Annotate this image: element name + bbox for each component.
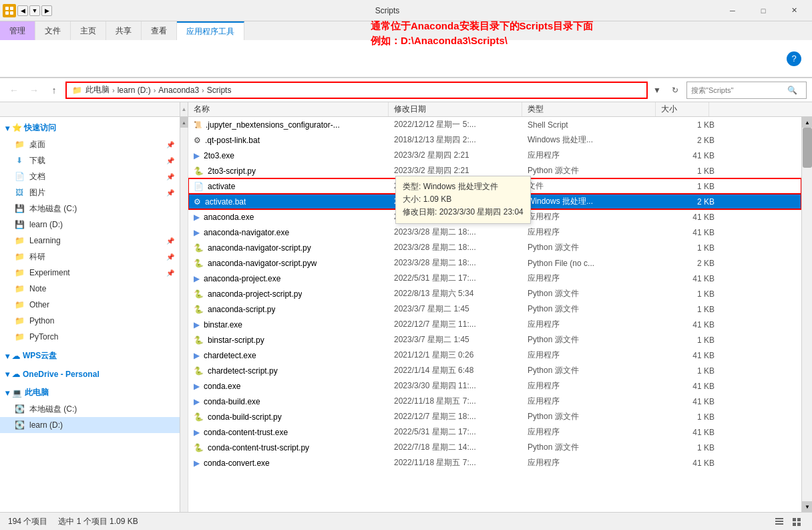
refresh-button[interactable]: ↻: [666, 82, 684, 99]
file-type: 应用程序: [528, 396, 661, 407]
search-box[interactable]: 🔍: [686, 82, 807, 99]
file-name: 🐍 2to3-script.py: [194, 166, 394, 176]
sidebar-item-note[interactable]: 📁 Note: [0, 281, 180, 297]
breadcrumb-learn[interactable]: learn (D:): [118, 86, 151, 95]
table-row[interactable]: ▶ anaconda-project.exe 2022/5/31 星期二 17:…: [188, 271, 801, 286]
file-name-text: anaconda-project.exe: [204, 274, 280, 283]
help-button[interactable]: ?: [787, 51, 801, 66]
table-row[interactable]: ▶ conda-content-trust.exe 2022/5/31 星期二 …: [188, 424, 801, 440]
sidebar-item-python[interactable]: 📁 Python: [0, 313, 180, 329]
tab-view[interactable]: 查看: [142, 21, 177, 40]
sidebar-onedrive-header[interactable]: ▾ ☁ OneDrive - Personal: [0, 367, 180, 382]
table-row[interactable]: ▶ anaconda-navigator.exe 2023/3/28 星期二 1…: [188, 225, 801, 240]
sidebar-item-d-drive[interactable]: 💾 learn (D:): [0, 217, 180, 233]
table-row[interactable]: 📜 .jupyter_nbextensions_configurator-...…: [188, 117, 801, 132]
file-icon: ▶: [194, 382, 200, 391]
breadcrumb-thispc[interactable]: 此电脑: [85, 84, 110, 96]
sidebar-item-desktop[interactable]: 📁 桌面 📌: [0, 136, 180, 152]
file-name: 🐍 conda-content-trust-script.py: [194, 443, 394, 452]
pin-icon: 📌: [166, 253, 174, 261]
file-name: ▶ anaconda-project.exe: [194, 274, 394, 283]
table-row[interactable]: 🐍 anaconda-navigator-script.py 2023/3/28…: [188, 240, 801, 255]
breadcrumb-scripts[interactable]: Scripts: [207, 86, 232, 95]
tab-share[interactable]: 共享: [106, 21, 142, 40]
col-header-name[interactable]: 名称: [188, 102, 389, 116]
address-box[interactable]: 📁 此电脑 › learn (D:) › Anaconda3 › Scripts: [65, 82, 648, 99]
close-button[interactable]: ✕: [779, 0, 809, 21]
sidebar-item-label: learn (D:): [29, 220, 63, 229]
quick-access-btn[interactable]: ◀: [17, 5, 28, 16]
sidebar-item-label: 科研: [29, 251, 45, 263]
scroll-up-btn2[interactable]: ▲: [802, 117, 812, 128]
table-row[interactable]: 🐍 anaconda-project-script.py 2022/8/13 星…: [188, 286, 801, 301]
sidebar-item-other[interactable]: 📁 Other: [0, 297, 180, 313]
forward-button[interactable]: →: [25, 82, 43, 99]
ribbon: 管理 文件 主页 共享 查看 应用程序工具 ?: [0, 21, 812, 78]
table-row[interactable]: 🐍 binstar-script.py 2023/3/7 星期二 1:45 Py…: [188, 332, 801, 348]
sidebar-onedrive-label: OneDrive - Personal: [23, 370, 99, 379]
table-row[interactable]: ▶ conda.exe 2023/3/30 星期四 11:... 应用程序 41…: [188, 378, 801, 394]
breadcrumb-anaconda[interactable]: Anaconda3: [158, 86, 199, 95]
maximize-button[interactable]: □: [748, 0, 779, 21]
file-name-text: conda-content-trust.exe: [204, 428, 288, 437]
table-row[interactable]: 🐍 conda-build-script.py 2022/12/7 星期三 18…: [188, 409, 801, 424]
scroll-down-btn[interactable]: ▼: [802, 501, 812, 512]
file-size: 41 KB: [661, 228, 715, 237]
sidebar-item-research[interactable]: 📁 科研 📌: [0, 249, 180, 265]
tab-manage[interactable]: 管理: [0, 21, 35, 40]
scrollbar-thumb[interactable]: [803, 128, 812, 168]
sidebar-item-documents[interactable]: 📄 文档 📌: [0, 168, 180, 184]
col-header-size[interactable]: 大小: [656, 102, 709, 116]
table-row[interactable]: ▶ conda-convert.exe 2022/11/18 星期五 7:...…: [188, 455, 801, 471]
scroll-up-arrow[interactable]: ▲: [180, 102, 188, 116]
table-row[interactable]: 🐍 anaconda-navigator-script.pyw 2023/3/2…: [188, 255, 801, 271]
file-size: 1 KB: [661, 120, 715, 130]
sidebar-thispc-header[interactable]: ▾ 💻 此电脑: [0, 384, 180, 401]
table-row[interactable]: 🐍 conda-content-trust-script.py 2022/7/1…: [188, 440, 801, 455]
tab-home[interactable]: 主页: [71, 21, 106, 40]
sidebar-item-c-drive2[interactable]: 💽 本地磁盘 (C:): [0, 401, 180, 417]
sidebar-quickaccess-header[interactable]: ▾ ⭐ 快速访问: [0, 120, 180, 136]
table-row[interactable]: ▶ binstar.exe 2022/12/7 星期三 11:... 应用程序 …: [188, 317, 801, 332]
up-button[interactable]: ↑: [45, 82, 63, 99]
sidebar-item-d-drive2[interactable]: 💽 learn (D:): [0, 417, 180, 433]
sidebar-item-c-drive[interactable]: 💾 本地磁盘 (C:): [0, 201, 180, 217]
table-row[interactable]: 🐍 anaconda-script.py 2023/3/7 星期二 1:45 P…: [188, 301, 801, 317]
table-row[interactable]: ⚙ .qt-post-link.bat 2018/12/13 星期四 2:...…: [188, 132, 801, 148]
address-dropdown[interactable]: ▼: [650, 82, 664, 99]
sidebar-section-onedrive: ▾ ☁ OneDrive - Personal: [0, 367, 180, 382]
sidebar-item-learning[interactable]: 📁 Learning 📌: [0, 233, 180, 249]
sidebar-item-pictures[interactable]: 🖼 图片 📌: [0, 184, 180, 201]
sidebar-item-experiment[interactable]: 📁 Experiment 📌: [0, 265, 180, 281]
table-row[interactable]: ▶ chardetect.exe 2021/12/1 星期三 0:26 应用程序…: [188, 348, 801, 363]
table-row[interactable]: ▶ 2to3.exe 2023/3/2 星期四 2:21 应用程序 41 KB: [188, 148, 801, 163]
search-input[interactable]: [691, 86, 785, 94]
col-header-type[interactable]: 类型: [522, 102, 656, 116]
file-type: 应用程序: [528, 319, 661, 330]
back-button[interactable]: ←: [5, 82, 23, 99]
file-size: 2 KB: [661, 259, 715, 268]
sidebar-wps-header[interactable]: ▾ ☁ WPS云盘: [0, 348, 180, 364]
chevron-icon: ▾: [5, 124, 9, 133]
file-name: ▶ conda-convert.exe: [194, 458, 394, 468]
quick-access-btn3[interactable]: ▶: [41, 5, 52, 16]
col-header-date[interactable]: 修改日期: [389, 102, 522, 116]
addressbar: ← → ↑ 📁 此电脑 › learn (D:) › Anaconda3 › S…: [0, 78, 812, 102]
sidebar-item-downloads[interactable]: ⬇ 下载 📌: [0, 152, 180, 168]
table-row[interactable]: ▶ conda-build.exe 2022/11/18 星期五 7:... 应…: [188, 394, 801, 409]
file-icon: ▶: [194, 274, 200, 283]
scroll-up-btn[interactable]: ▲: [180, 117, 188, 128]
view-tiles-button[interactable]: [789, 515, 804, 529]
tab-apptools[interactable]: 应用程序工具: [177, 21, 244, 40]
minimize-button[interactable]: ─: [717, 0, 748, 21]
file-type: 应用程序: [528, 150, 661, 161]
file-type: Python 源文件: [528, 411, 661, 422]
search-icon[interactable]: 🔍: [787, 86, 797, 95]
file-name: ▶ chardetect.exe: [194, 351, 394, 360]
table-row[interactable]: 🐍 chardetect-script.py 2022/1/14 星期五 6:4…: [188, 363, 801, 378]
view-details-button[interactable]: [772, 515, 787, 529]
quick-access-btn2[interactable]: ▼: [29, 5, 40, 16]
pin-icon: 📌: [166, 141, 174, 148]
sidebar-item-pytorch[interactable]: 📁 PyTorch: [0, 329, 180, 345]
tab-file[interactable]: 文件: [35, 21, 71, 40]
